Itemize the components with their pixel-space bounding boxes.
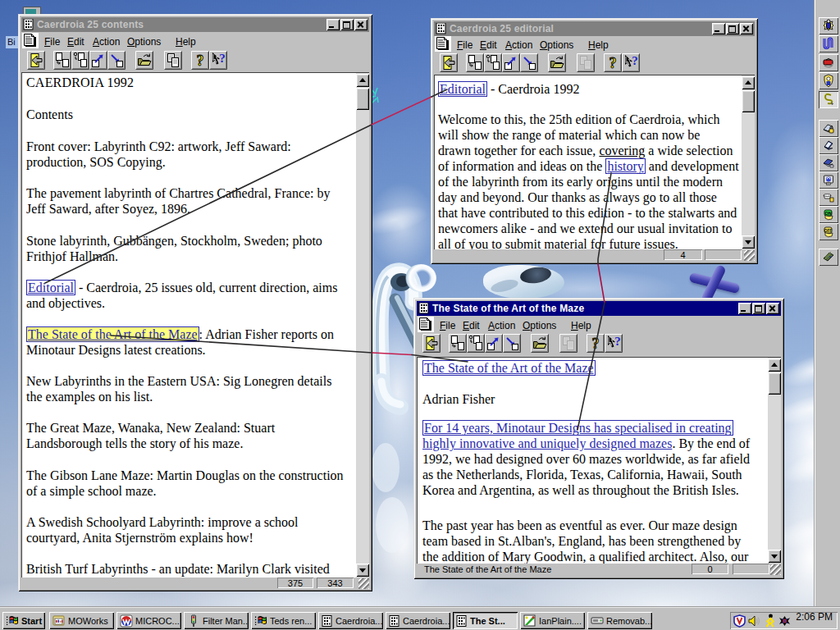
svg-text:OFF: OFF [824, 229, 833, 233]
svg-text:?: ? [632, 54, 638, 67]
svg-text:?: ? [592, 336, 600, 352]
svg-text:?: ? [197, 52, 204, 69]
svg-text:?: ? [614, 335, 621, 348]
svg-text:ON: ON [824, 211, 831, 216]
svg-text:?: ? [609, 55, 617, 71]
svg-text:?: ? [219, 52, 226, 65]
